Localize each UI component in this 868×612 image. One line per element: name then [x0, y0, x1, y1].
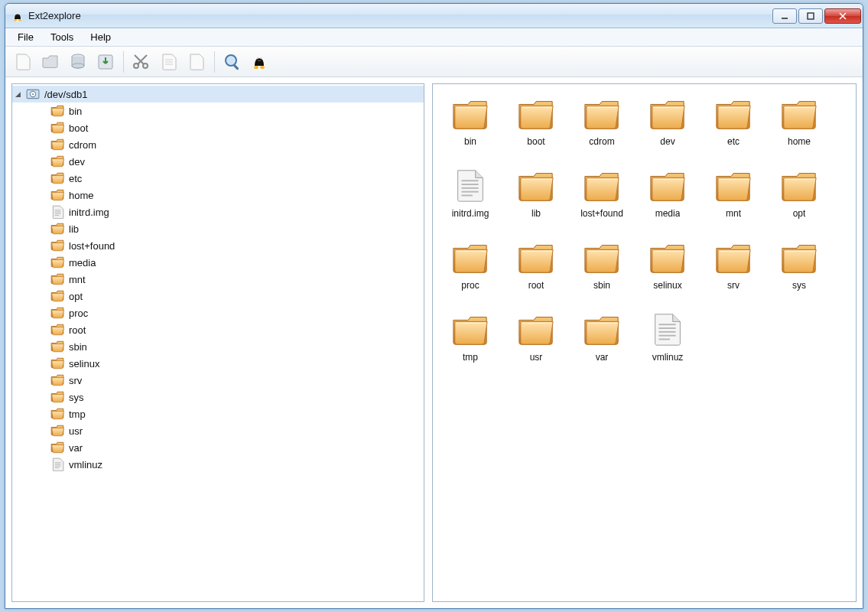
tux-icon[interactable] — [247, 49, 273, 75]
grid-item[interactable]: lost+found — [569, 162, 635, 234]
tree-item[interactable]: home — [47, 187, 424, 203]
file-icon — [450, 165, 491, 205]
tree-item-label: tmp — [69, 409, 86, 420]
folder-icon — [50, 155, 64, 168]
folder-icon — [50, 122, 64, 134]
open-icon[interactable] — [37, 49, 63, 75]
tree-item[interactable]: usr — [47, 422, 424, 439]
tree-item[interactable]: media — [47, 254, 424, 271]
tree-item[interactable]: dev — [47, 153, 424, 170]
grid-item[interactable]: dev — [635, 90, 701, 162]
grid-item[interactable]: cdrom — [569, 90, 635, 162]
folder-icon — [50, 374, 64, 386]
tree-item[interactable]: vmlinuz — [47, 456, 424, 473]
tree-item[interactable]: lost+found — [47, 237, 424, 254]
folder-icon — [450, 237, 491, 277]
folder-icon — [779, 93, 820, 133]
grid-item[interactable]: proc — [437, 234, 503, 306]
disk-icon — [26, 88, 40, 100]
tree-item-label: lib — [69, 223, 79, 235]
grid-item[interactable]: vmlinuz — [635, 306, 701, 378]
grid-item-label: lib — [532, 208, 541, 219]
tree-pane[interactable]: ◢/dev/sdb1binbootcdromdevetchomeinitrd.i… — [11, 83, 424, 602]
grid-item-label: media — [655, 208, 681, 219]
menu-tools[interactable]: Tools — [43, 30, 81, 44]
grid-item[interactable]: etc — [701, 90, 766, 162]
grid-item[interactable]: selinux — [635, 234, 701, 306]
folder-icon — [515, 309, 557, 349]
paste-icon[interactable] — [184, 49, 210, 75]
folder-icon — [50, 324, 64, 336]
tree-toggle-icon[interactable]: ◢ — [15, 90, 24, 98]
tree-item[interactable]: lib — [47, 220, 424, 237]
folder-icon — [50, 391, 64, 403]
grid-item[interactable]: root — [503, 234, 569, 306]
grid-item-label: srv — [727, 280, 740, 291]
folder-icon — [515, 237, 557, 277]
tree-root-label: /dev/sdb1 — [44, 89, 87, 100]
tree-item[interactable]: etc — [47, 170, 424, 187]
tree-item-label: srv — [69, 375, 82, 386]
tree-item-label: vmlinuz — [69, 459, 102, 470]
tree-item[interactable]: boot — [47, 119, 424, 136]
folder-icon — [581, 165, 623, 205]
grid-item[interactable]: sbin — [569, 234, 635, 306]
tree-item[interactable]: proc — [47, 304, 424, 321]
grid-item[interactable]: media — [635, 162, 701, 234]
tree-item-label: cdrom — [69, 139, 96, 151]
titlebar[interactable]: Ext2explore — [5, 4, 863, 28]
close-button[interactable] — [824, 8, 861, 24]
cut-icon[interactable] — [128, 49, 154, 75]
folder-icon — [450, 309, 491, 349]
new-file-icon[interactable] — [10, 49, 36, 75]
copy-icon[interactable] — [156, 49, 182, 75]
tree-item[interactable]: cdrom — [47, 136, 424, 153]
grid-item-label: opt — [793, 208, 806, 219]
tree-item[interactable]: initrd.img — [47, 203, 424, 220]
menu-help[interactable]: Help — [83, 30, 119, 44]
app-window: Ext2explore File Tools Help ◢/dev/sdb1bi… — [5, 3, 863, 609]
grid-item[interactable]: usr — [503, 306, 569, 378]
search-icon[interactable] — [219, 49, 245, 75]
tree-item[interactable]: opt — [47, 288, 424, 304]
minimize-button[interactable] — [772, 8, 797, 24]
tree-item[interactable]: var — [47, 439, 424, 456]
tree-item-label: opt — [69, 291, 83, 302]
grid-item-label: cdrom — [589, 136, 614, 147]
save-icon[interactable] — [93, 49, 119, 75]
folder-icon — [450, 93, 491, 133]
grid-item[interactable]: opt — [766, 162, 832, 234]
grid-item-label: sys — [792, 280, 806, 291]
tree-root[interactable]: ◢/dev/sdb1 — [12, 86, 424, 103]
maximize-button[interactable] — [798, 8, 823, 24]
tree-item[interactable]: selinux — [47, 355, 424, 372]
tree-item[interactable]: sys — [47, 389, 424, 405]
grid-item[interactable]: boot — [503, 90, 569, 162]
tree-item[interactable]: srv — [47, 372, 424, 389]
tree-item[interactable]: sbin — [47, 338, 424, 355]
grid-item[interactable]: srv — [701, 234, 766, 306]
grid-item[interactable]: var — [569, 306, 635, 378]
grid-item[interactable]: initrd.img — [437, 162, 503, 234]
grid-item[interactable]: sys — [766, 234, 832, 306]
grid-item-label: boot — [527, 136, 545, 147]
grid-item[interactable]: lib — [503, 162, 569, 234]
grid-item-label: lost+found — [580, 208, 623, 219]
grid-item[interactable]: mnt — [701, 162, 766, 234]
menu-file[interactable]: File — [10, 30, 41, 44]
tree-item[interactable]: bin — [47, 103, 424, 119]
tree-item[interactable]: root — [47, 321, 424, 338]
tree-item[interactable]: mnt — [47, 271, 424, 288]
svg-rect-30 — [808, 13, 814, 19]
grid-item[interactable]: home — [766, 90, 832, 162]
file-icon — [647, 309, 688, 349]
grid-item[interactable]: bin — [437, 90, 503, 162]
drive-icon[interactable] — [65, 49, 91, 75]
grid-item-label: root — [528, 280, 545, 291]
grid-item[interactable]: tmp — [437, 306, 503, 378]
tree-item[interactable]: tmp — [47, 405, 424, 422]
icon-pane[interactable]: binbootcdromdevetchomeinitrd.imgliblost+… — [432, 83, 857, 602]
tree-item-label: mnt — [69, 274, 86, 285]
folder-icon — [50, 441, 64, 454]
folder-icon — [779, 237, 820, 277]
